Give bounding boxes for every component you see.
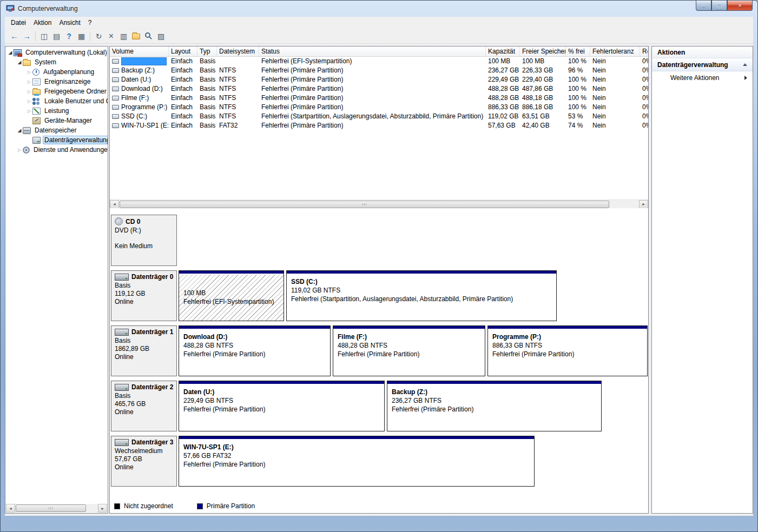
column-header-prozent-frei[interactable]: % frei [566,46,590,56]
partition-status: Fehlerfrei (EFI-Systempartition) [183,297,279,306]
partition-filme-f[interactable]: Filme (F:) 488,28 GB NTFS Fehlerfrei (Pr… [333,325,485,376]
back-button[interactable]: ← [8,30,21,42]
tree-item-computerverwaltung[interactable]: ◢ Computerverwaltung (Lokal) [5,48,108,57]
cd-drive-label[interactable]: CD 0 DVD (R:) Kein Medium [111,215,177,266]
partition-color-bar [387,381,601,385]
volume-row-efi[interactable]: Einfach Basis Fehlerfrei (EFI-Systempart… [110,57,648,66]
partition-backup-z[interactable]: Backup (Z:) 236,27 GB NTFS Fehlerfrei (P… [387,381,602,431]
refresh-button[interactable]: ↻ [93,30,105,42]
typ-cell: Basis [197,94,217,103]
tree-item-aufgabenplanung[interactable]: ▷ Aufgabenplanung [5,67,108,77]
minimize-button[interactable]: – [696,1,711,11]
partition-size: 488,28 GB NTFS [338,341,480,350]
search-button[interactable] [142,30,155,42]
partition-ssd-c[interactable]: SSD (C:) 119,02 GB NTFS Fehlerfrei (Star… [286,270,557,321]
disk-2-label[interactable]: Datenträger 2 Basis 465,76 GB Online [111,381,177,431]
tree-item-datenspeicher[interactable]: ◢ Datenspeicher [5,125,108,135]
titlebar[interactable]: Computerverwaltung – ▢ × [1,1,757,17]
actions-section-datentraegerverwaltung[interactable]: Datenträgerverwaltung [652,58,753,71]
expander-icon[interactable]: ▷ [16,148,23,152]
cd-drive-row[interactable]: CD 0 DVD (R:) Kein Medium [111,215,647,266]
menu-hilfe[interactable]: ? [84,18,96,28]
disk-size: 57,67 GB [115,455,173,463]
column-header-status[interactable]: Status [259,46,486,56]
expander-icon[interactable]: ▷ [26,79,32,84]
tree-item-geraete-manager[interactable]: Geräte-Manager [5,116,108,125]
export-list-button[interactable]: ▤ [50,30,63,42]
menu-datei[interactable]: Datei [7,18,30,28]
kapazitaet-cell: 57,63 GB [486,121,520,130]
volume-row-download[interactable]: Download (D:) Einfach Basis NTFS Fehlerf… [110,84,648,94]
delete-button[interactable]: × [105,30,117,42]
scroll-thumb[interactable] [120,201,609,208]
tree-item-ereignisanzeige[interactable]: ▷ Ereignisanzeige [5,77,108,87]
volume-row-filme[interactable]: Filme (F:) Einfach Basis NTFS Fehlerfrei… [110,94,648,103]
menu-ansicht[interactable]: Ansicht [55,18,84,28]
volume-row-win7usp1[interactable]: WIN-7U-SP1 (E:) Einfach Basis FAT32 Fehl… [110,121,648,130]
tree-item-system[interactable]: ◢ System [5,57,108,67]
column-header-freier-speicher[interactable]: Freier Speicher [520,46,566,56]
volume-cell: Filme (F:) [110,94,169,103]
expander-icon[interactable]: ▷ [26,99,32,104]
scroll-left-button[interactable]: ◂ [6,504,15,513]
collapse-chevron-icon[interactable] [743,63,747,66]
disk-1-label[interactable]: Datenträger 1 Basis 1862,89 GB Online [111,325,177,376]
tree-item-dienste-und-anwendungen[interactable]: ▷ Dienste und Anwendungen [5,145,108,155]
partition-efi-system[interactable]: 100 MB Fehlerfrei (EFI-Systempartition) [179,270,284,321]
properties-button[interactable]: ▥ [117,30,130,42]
column-header-restkapazitaet[interactable]: Re [640,46,648,56]
tree-item-lokale-benutzer[interactable]: ▷ Lokale Benutzer und Gruppen [5,96,108,106]
disk-3-partitions: WIN-7U-SP1 (E:) 57,66 GB FAT32 Fehlerfre… [179,436,537,487]
maximize-button[interactable]: ▢ [711,1,727,11]
status-cell: Fehlerfrei (Primäre Partition) [259,121,486,130]
volume-row-daten[interactable]: Daten (U:) Einfach Basis NTFS Fehlerfrei… [110,75,648,84]
partition-programme-p[interactable]: Programme (P:) 886,33 GB NTFS Fehlerfrei… [487,325,648,376]
scroll-right-button[interactable]: ▸ [639,200,648,209]
expander-icon[interactable]: ◢ [7,50,14,55]
partition-download-d[interactable]: Download (D:) 488,28 GB NTFS Fehlerfrei … [179,325,331,376]
partition-win7usp1-e[interactable]: WIN-7U-SP1 (E:) 57,66 GB FAT32 Fehlerfre… [179,436,535,487]
disk-0-label[interactable]: Datenträger 0 Basis 119,12 GB Online [111,270,177,321]
open-folder-button[interactable] [130,30,142,42]
scroll-left-button[interactable]: ◂ [110,200,119,209]
refresh-icon: ↻ [96,32,102,41]
toolbar: ← → ◫ ▤ ? ▦ ↻ × ▥ ▨ [5,29,753,44]
defragment-button[interactable]: ▨ [155,30,167,42]
column-header-kapazitaet[interactable]: Kapazität [486,46,520,56]
typ-cell: Basis [197,112,217,121]
volume-row-programme[interactable]: Programme (P:) Einfach Basis NTFS Fehler… [110,103,648,112]
tree-item-datentraegerverwaltung[interactable]: Datenträgerverwaltung [5,135,108,145]
tree-item-freigegebene-ordner[interactable]: ▷ Freigegebene Ordner [5,87,108,96]
tree-item-label: Computerverwaltung (Lokal) [24,48,108,57]
column-header-fehlertoleranz[interactable]: Fehlertoleranz [590,46,640,56]
scroll-right-button[interactable]: ▸ [98,504,107,513]
column-header-typ[interactable]: Typ [197,46,217,56]
forward-button[interactable]: → [21,30,33,42]
volume-icon [112,96,119,101]
weitere-aktionen-item[interactable]: Weitere Aktionen [652,71,753,84]
expander-icon[interactable]: ▷ [26,70,32,75]
volume-row-backup[interactable]: Backup (Z:) Einfach Basis NTFS Fehlerfre… [110,66,648,75]
column-header-layout[interactable]: Layout [169,46,197,56]
column-header-volume[interactable]: Volume [110,46,169,56]
scroll-right-icon: ▸ [642,202,644,207]
expander-icon[interactable]: ◢ [16,128,23,133]
scroll-thumb[interactable] [16,504,86,512]
partition-name: Backup (Z:) [392,388,597,396]
partition-daten-u[interactable]: Daten (U:) 229,49 GB NTFS Fehlerfrei (Pr… [179,381,385,431]
show-hide-console-tree-button[interactable]: ◫ [38,30,50,42]
expander-icon[interactable]: ▷ [26,109,32,114]
tree-item-leistung[interactable]: ▷ Leistung [5,106,108,116]
expander-icon[interactable]: ◢ [16,59,23,65]
layout-cell: Einfach [169,57,197,66]
expander-icon[interactable]: ▷ [26,89,32,94]
help-button[interactable]: ? [63,30,75,42]
show-hide-action-pane-button[interactable]: ▦ [75,30,88,42]
menu-aktion[interactable]: Aktion [30,18,55,28]
disk-type: Wechselmedium [115,447,173,455]
fehlertoleranz-cell: Nein [590,121,640,130]
volume-row-ssd[interactable]: SSD (C:) Einfach Basis NTFS Fehlerfrei (… [110,112,648,121]
close-button[interactable]: × [727,1,753,11]
disk-3-label[interactable]: Datenträger 3 Wechselmedium 57,67 GB Onl… [111,436,177,487]
column-header-dateisystem[interactable]: Dateisystem [217,46,259,56]
